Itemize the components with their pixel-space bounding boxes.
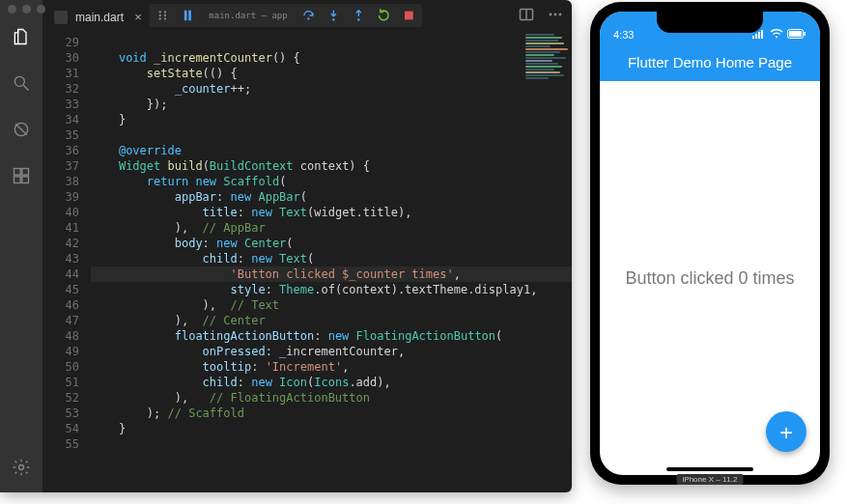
svg-rect-24	[22, 169, 29, 176]
editor-top-right-actions	[518, 6, 564, 23]
svg-rect-26	[22, 177, 29, 183]
explorer-icon[interactable]	[10, 25, 33, 48]
svg-point-12	[357, 18, 359, 20]
svg-point-5	[164, 17, 166, 19]
svg-point-0	[159, 11, 161, 13]
step-into-icon[interactable]	[326, 8, 342, 23]
svg-point-4	[159, 17, 161, 19]
svg-point-10	[332, 18, 334, 20]
svg-rect-13	[405, 12, 413, 20]
debug-toolbar: main.dart — app	[149, 4, 422, 27]
floating-action-button[interactable]: +	[766, 411, 806, 452]
svg-rect-7	[188, 11, 191, 21]
app-bar-title: Flutter Demo Home Page	[628, 54, 792, 70]
wifi-icon	[770, 29, 783, 41]
home-indicator	[666, 467, 753, 471]
traffic-zoom[interactable]	[37, 5, 45, 14]
restart-icon[interactable]	[377, 8, 392, 23]
debug-target-label: main.dart — app	[205, 11, 291, 20]
plus-icon: +	[779, 420, 792, 444]
status-time: 4:33	[613, 29, 634, 41]
svg-point-18	[559, 14, 562, 16]
drag-handle-icon[interactable]	[155, 8, 170, 23]
step-over-icon[interactable]	[301, 8, 317, 23]
pause-icon[interactable]	[180, 8, 195, 23]
svg-point-19	[14, 76, 24, 86]
svg-rect-23	[14, 169, 21, 176]
svg-line-22	[15, 124, 27, 135]
svg-point-2	[159, 14, 161, 16]
app-bar: Flutter Demo Home Page	[600, 42, 820, 81]
svg-rect-28	[752, 36, 754, 39]
svg-point-8	[308, 17, 310, 19]
device-label: iPhone X – 11.2	[677, 474, 744, 485]
traffic-minimize[interactable]	[22, 5, 31, 14]
svg-rect-6	[184, 11, 187, 21]
svg-rect-30	[758, 32, 760, 39]
debug-icon[interactable]	[10, 118, 33, 141]
phone-notch	[657, 12, 763, 33]
step-out-icon[interactable]	[352, 8, 367, 23]
svg-rect-25	[14, 177, 21, 183]
svg-point-32	[776, 36, 777, 38]
minimap[interactable]	[520, 33, 572, 149]
settings-gear-icon[interactable]	[10, 456, 33, 479]
more-icon[interactable]	[547, 6, 564, 23]
svg-point-1	[164, 11, 166, 13]
svg-rect-29	[755, 34, 757, 39]
traffic-close[interactable]	[8, 5, 16, 14]
code-content[interactable]: void _incrementCounter() { setState(() {…	[91, 31, 572, 492]
svg-rect-31	[761, 30, 763, 39]
code-editor-window: main.dart — app	[0, 0, 572, 492]
svg-point-16	[550, 14, 552, 16]
svg-rect-35	[805, 32, 806, 36]
svg-point-3	[164, 14, 166, 16]
activity-bar	[0, 0, 42, 492]
extensions-icon[interactable]	[10, 164, 33, 187]
battery-icon	[787, 29, 806, 41]
stop-icon[interactable]	[402, 8, 417, 23]
svg-point-17	[554, 14, 557, 16]
svg-rect-34	[789, 31, 802, 37]
phone-screen: 4:33 Flutter Demo Home Page	[600, 12, 820, 475]
search-icon[interactable]	[10, 71, 33, 95]
counter-text: Button clicked 0 times	[625, 268, 794, 289]
phone-simulator: 4:33 Flutter Demo Home Page	[590, 2, 830, 485]
split-editor-icon[interactable]	[518, 6, 535, 23]
svg-line-20	[24, 86, 29, 91]
line-number-gutter: 2930313233343536373839404142434445464748…	[42, 31, 91, 492]
svg-point-27	[19, 465, 24, 470]
